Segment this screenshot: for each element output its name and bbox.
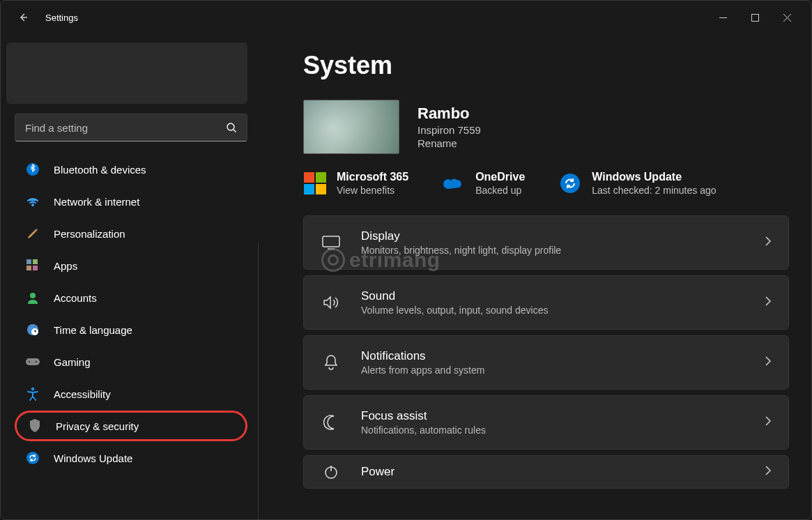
paintbrush-icon <box>24 225 41 242</box>
svg-point-12 <box>36 361 37 362</box>
svg-point-11 <box>29 361 30 362</box>
close-button[interactable] <box>771 6 803 29</box>
clock-globe-icon <box>24 321 41 338</box>
maximize-icon <box>751 14 759 22</box>
sidebar-item-label: Time & language <box>54 324 132 336</box>
sidebar-divider <box>258 243 259 520</box>
back-button[interactable] <box>9 3 37 31</box>
search-input[interactable]: Find a setting <box>15 114 247 142</box>
sidebar-item-label: Gaming <box>54 356 91 368</box>
setting-title: Focus assist <box>361 409 765 423</box>
setting-desc: Volume levels, output, input, sound devi… <box>361 305 765 316</box>
moon-icon <box>321 415 342 430</box>
sidebar-item-label: Windows Update <box>54 452 132 464</box>
sidebar-item-label: Privacy & security <box>56 420 139 432</box>
sidebar-item-personalization[interactable]: Personalization <box>15 218 247 249</box>
setting-title: Power <box>361 465 765 479</box>
svg-point-15 <box>560 174 580 193</box>
power-icon <box>321 464 342 480</box>
gamepad-icon <box>24 353 41 370</box>
svg-rect-6 <box>33 266 38 270</box>
setting-title: Display <box>361 229 765 243</box>
wifi-icon <box>24 193 41 210</box>
svg-rect-4 <box>33 259 38 264</box>
sidebar-item-network[interactable]: Network & internet <box>15 186 247 217</box>
svg-point-13 <box>31 388 34 390</box>
sidebar-item-update[interactable]: Windows Update <box>15 443 247 473</box>
device-thumbnail[interactable] <box>303 100 399 154</box>
sidebar-item-bluetooth[interactable]: Bluetooth & devices <box>15 154 247 185</box>
svg-rect-16 <box>323 236 339 247</box>
update-icon <box>24 450 41 466</box>
setting-power[interactable]: Power <box>303 455 789 489</box>
sidebar-item-label: Personalization <box>54 228 125 240</box>
svg-point-1 <box>227 123 234 130</box>
nav: Bluetooth & devices Network & internet P… <box>6 154 253 473</box>
titlebar: Settings <box>1 1 811 34</box>
person-icon <box>24 289 41 306</box>
setting-desc: Notifications, automatic rules <box>361 425 765 436</box>
microsoft-365-icon <box>303 171 327 195</box>
sidebar-item-gaming[interactable]: Gaming <box>15 346 247 377</box>
sidebar-item-time[interactable]: Time & language <box>15 314 247 345</box>
onedrive-icon <box>442 171 466 195</box>
app-title: Settings <box>45 13 78 23</box>
settings-list: Display Monitors, brightness, night ligh… <box>303 215 789 489</box>
chevron-right-icon <box>765 236 772 250</box>
setting-display[interactable]: Display Monitors, brightness, night ligh… <box>303 215 789 270</box>
minimize-icon <box>719 14 727 22</box>
sidebar-item-label: Apps <box>54 260 77 272</box>
status-sub: Backed up <box>475 185 525 196</box>
minimize-button[interactable] <box>707 6 739 29</box>
sidebar-item-accessibility[interactable]: Accessibility <box>15 378 247 409</box>
user-card[interactable] <box>6 43 247 104</box>
setting-desc: Monitors, brightness, night light, displ… <box>361 245 765 256</box>
display-icon <box>321 236 342 250</box>
windows-update-icon <box>558 171 582 195</box>
main-content: System Rambo Inspiron 7559 Rename Micros… <box>259 34 811 519</box>
close-icon <box>783 14 791 22</box>
setting-focus-assist[interactable]: Focus assist Notifications, automatic ru… <box>303 395 789 450</box>
sound-icon <box>321 295 342 310</box>
sidebar-item-apps[interactable]: Apps <box>15 250 247 281</box>
search-icon <box>226 122 237 133</box>
window-controls <box>707 6 803 29</box>
svg-rect-5 <box>26 266 31 270</box>
accessibility-icon <box>24 385 41 402</box>
bell-icon <box>321 354 342 371</box>
setting-sound[interactable]: Sound Volume levels, output, input, soun… <box>303 275 789 330</box>
sidebar-item-label: Network & internet <box>54 196 139 208</box>
status-windows-update[interactable]: Windows Update Last checked: 2 minutes a… <box>558 171 716 196</box>
sidebar-item-accounts[interactable]: Accounts <box>15 282 247 313</box>
status-row: Microsoft 365 View benefits OneDrive Bac… <box>303 171 789 196</box>
device-model: Inspiron 7559 <box>418 124 481 136</box>
svg-rect-3 <box>26 259 31 264</box>
apps-icon <box>24 257 41 274</box>
setting-title: Sound <box>361 289 765 303</box>
maximize-button[interactable] <box>739 6 771 29</box>
sidebar-item-label: Bluetooth & devices <box>54 164 146 176</box>
status-title: Microsoft 365 <box>337 171 408 183</box>
status-title: OneDrive <box>475 171 525 183</box>
sidebar-item-privacy[interactable]: Privacy & security <box>15 411 247 441</box>
status-onedrive[interactable]: OneDrive Backed up <box>442 171 525 196</box>
status-microsoft365[interactable]: Microsoft 365 View benefits <box>303 171 408 196</box>
svg-rect-10 <box>26 358 40 365</box>
status-title: Windows Update <box>592 171 716 183</box>
chevron-right-icon <box>765 415 772 429</box>
device-row: Rambo Inspiron 7559 Rename <box>303 100 789 154</box>
device-name: Rambo <box>418 105 481 123</box>
chevron-right-icon <box>765 355 772 369</box>
setting-title: Notifications <box>361 349 765 363</box>
sidebar: Find a setting Bluetooth & devices Netwo… <box>1 34 259 519</box>
arrow-left-icon <box>17 12 29 23</box>
chevron-right-icon <box>765 296 772 309</box>
shield-icon <box>26 418 43 434</box>
chevron-right-icon <box>765 465 772 479</box>
bluetooth-icon <box>24 161 41 178</box>
rename-link[interactable]: Rename <box>418 137 481 149</box>
sidebar-item-label: Accounts <box>54 292 97 304</box>
setting-notifications[interactable]: Notifications Alerts from apps and syste… <box>303 335 789 390</box>
page-title: System <box>303 51 789 80</box>
svg-point-14 <box>26 452 39 464</box>
